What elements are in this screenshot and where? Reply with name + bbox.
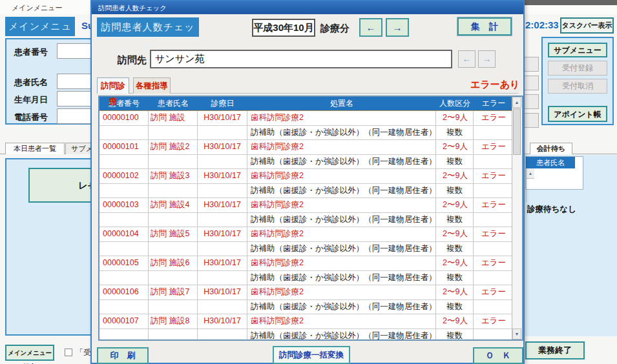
main-menu-settings-button[interactable]: メインメニュー設定 — [5, 345, 54, 361]
scroll-down-icon[interactable]: ▼ — [512, 329, 521, 339]
ok-button[interactable]: Ｏ Ｋ — [473, 347, 523, 364]
reception-cancel-button[interactable]: 受付取消 — [548, 79, 607, 94]
table-row[interactable]: 00000106 訪問 施設7 H30/10/17 歯科訪問診療2 2〜9人 エ… — [99, 285, 522, 300]
tab-today-patients[interactable]: 本日患者一覧 — [5, 143, 65, 154]
table-row[interactable]: 00000100 訪問 施設 H30/10/17 歯科訪問診療2 2〜9人 エラ… — [99, 111, 522, 126]
phone-label: 電話番号 — [14, 112, 48, 123]
cell-patient-name — [149, 184, 198, 198]
prev-month-button[interactable]: ← — [359, 18, 382, 37]
cell-error: エラー — [474, 314, 514, 329]
cell-procedure-name: 歯科訪問診療2 — [247, 314, 436, 329]
cell-procedure-name: 歯科訪問診療2 — [247, 169, 436, 183]
submenu-button[interactable]: サブメニュー — [548, 43, 607, 57]
cell-patient-id — [99, 126, 149, 140]
col-patient-name: 患者氏名 — [149, 97, 198, 110]
cell-procedure-name: 訪補助（歯援診・か強診以外）（同一建物居住者） — [247, 329, 436, 341]
cell-count-category: 2〜9人 — [436, 169, 474, 183]
dialog-titlebar[interactable]: 訪問患者人数チェック — [92, 1, 523, 14]
print-button[interactable]: 印 刷 — [97, 347, 149, 364]
scroll-up-icon[interactable]: ▲ — [527, 168, 534, 179]
cell-error: エラー — [474, 198, 514, 212]
cell-error — [474, 329, 514, 341]
cell-error — [474, 126, 514, 140]
cell-error: エラー — [474, 169, 514, 183]
reception-checkbox[interactable] — [65, 349, 72, 356]
tab-home-visit-care[interactable]: 訪問診療 — [97, 77, 129, 94]
cell-procedure-name: 訪補助（歯援診・か強診以外）（同一建物居住者） — [247, 300, 436, 314]
visit-table-body: 00000100 訪問 施設 H30/10/17 歯科訪問診療2 2〜9人 エラ… — [99, 111, 522, 341]
main-menu-button[interactable]: メインメニュー — [5, 17, 75, 36]
screen: メインメニュー メインメニュー Su 患者番号 患者氏名 生年月日 電話番号 本… — [0, 0, 617, 364]
table-row[interactable]: 00000107 訪問 施設8 H30/10/17 歯科訪問診療2 2〜9人 エ… — [99, 314, 522, 329]
cell-error — [474, 213, 514, 227]
cell-patient-id — [99, 329, 149, 341]
cell-patient-name: 訪問 施設3 — [149, 169, 198, 183]
tab-various-guidance[interactable]: 各種指導 — [133, 77, 171, 94]
cell-treatment-date — [198, 271, 247, 285]
col-count-category: 人数区分 — [436, 97, 474, 110]
col-procedure-name: 処置名 — [247, 97, 436, 110]
table-row[interactable]: 訪補助（歯援診・か強診以外）（同一建物居住者） 複数 — [99, 242, 522, 257]
table-row[interactable]: 訪補助（歯援診・か強診以外）（同一建物居住者） 複数 — [99, 300, 522, 315]
waiting-list-scrollbar[interactable]: ▲ — [526, 168, 534, 202]
table-row[interactable]: 訪補助（歯援診・か強診以外）（同一建物居住者） 複数 — [99, 126, 522, 141]
cell-treatment-date: H30/10/17 — [198, 227, 247, 241]
cell-patient-id: 00000104 — [99, 227, 149, 241]
taskbar-show-button[interactable]: タスクバー表示 — [560, 17, 614, 34]
cell-count-category: 複数 — [436, 329, 474, 341]
patient-name-label: 患者氏名 — [14, 77, 48, 88]
exit-business-button[interactable]: 業務終了 — [525, 341, 585, 359]
table-row[interactable]: 訪補助（歯援診・か強診以外）（同一建物居住者） 複数 — [99, 329, 522, 341]
clock: 2:02:33 — [525, 19, 559, 30]
cell-count-category: 2〜9人 — [436, 140, 474, 154]
table-row[interactable]: 00000103 訪問 施設4 H30/10/17 歯科訪問診療2 2〜9人 エ… — [99, 198, 522, 213]
cell-treatment-date: H30/10/17 — [198, 314, 247, 329]
cell-patient-id: 00000107 — [99, 314, 149, 329]
table-row[interactable]: 00000104 訪問 施設5 H30/10/17 歯科訪問診療2 2〜9人 エ… — [99, 227, 522, 242]
col-patient-id: 患者番号 — [99, 97, 149, 110]
cell-patient-name — [149, 271, 198, 285]
table-row[interactable]: 訪補助（歯援診・か強診以外）（同一建物居住者） 複数 — [99, 271, 522, 286]
visit-next-button[interactable]: → — [478, 50, 496, 68]
cell-patient-id — [99, 213, 149, 227]
cell-error — [474, 155, 514, 169]
table-row[interactable]: 00000102 訪問 施設3 H30/10/17 歯科訪問診療2 2〜9人 エ… — [99, 169, 522, 184]
cell-patient-id — [99, 155, 149, 169]
visit-destination-input[interactable] — [150, 50, 452, 68]
cell-treatment-date — [198, 126, 247, 140]
scrollbar-thumb[interactable] — [513, 108, 521, 155]
reception-register-button[interactable]: 受付登録 — [548, 61, 607, 76]
cell-procedure-name: 訪補助（歯援診・か強診以外）（同一建物居住者） — [247, 271, 436, 285]
treatment-month-suffix: 診療分 — [320, 23, 350, 35]
scroll-up-icon[interactable]: ▲ — [512, 97, 521, 108]
cell-patient-name — [149, 155, 198, 169]
cell-patient-id: 00000101 — [99, 140, 149, 154]
cell-patient-id — [99, 184, 149, 198]
next-month-button[interactable]: → — [386, 18, 409, 37]
cell-procedure-name: 歯科訪問診療2 — [247, 227, 436, 241]
cell-procedure-name: 歯科訪問診療2 — [247, 256, 436, 270]
cell-error: エラー — [474, 256, 514, 270]
table-row[interactable]: 訪補助（歯援診・か強診以外）（同一建物居住者） 複数 — [99, 184, 522, 199]
cell-patient-id: 00000103 — [99, 198, 149, 212]
tab-accounting-wait[interactable]: 会計待ち — [530, 143, 572, 154]
table-row[interactable]: 訪補助（歯援診・か強診以外）（同一建物居住者） 複数 — [99, 213, 522, 228]
cell-treatment-date: H30/10/17 — [198, 256, 247, 270]
bulk-convert-button[interactable]: 訪問診療一括変換 — [273, 346, 350, 364]
cell-treatment-date: H30/10/17 — [198, 198, 247, 212]
table-scrollbar[interactable]: ▲ ▼ — [512, 97, 522, 339]
cell-treatment-date — [198, 155, 247, 169]
visit-prev-button[interactable]: ← — [458, 50, 476, 68]
cell-patient-name: 訪問 施設5 — [149, 227, 198, 241]
cell-procedure-name: 歯科訪問診療2 — [247, 285, 436, 299]
cell-patient-id: 00000106 — [99, 285, 149, 299]
aggregate-button[interactable]: 集 計 — [457, 17, 512, 35]
submenu-panel: サブメニュー 受付登録 受付取消 アポイント帳 — [541, 37, 614, 125]
cell-count-category: 2〜9人 — [436, 198, 474, 212]
cell-patient-name — [149, 126, 198, 140]
waiting-list-row: 診療待ちなし — [526, 202, 583, 215]
table-row[interactable]: 00000105 訪問 施設6 H30/10/17 歯科訪問診療2 2〜9人 エ… — [99, 256, 522, 271]
table-row[interactable]: 00000101 訪問 施設2 H30/10/17 歯科訪問診療2 2〜9人 エ… — [99, 140, 522, 155]
table-row[interactable]: 訪補助（歯援診・か強診以外）（同一建物居住者） 複数 — [99, 155, 522, 170]
appointment-book-button[interactable]: アポイント帳 — [548, 106, 607, 122]
